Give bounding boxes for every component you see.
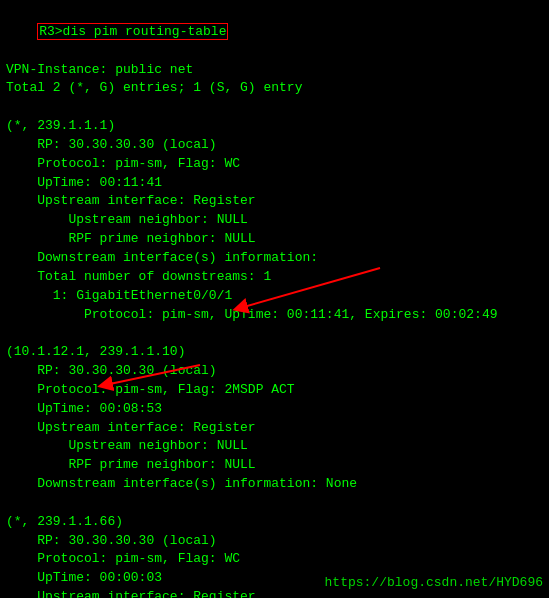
entry1-rpf: RPF prime neighbor: NULL <box>6 230 543 249</box>
entry3-header: (*, 239.1.1.66) <box>6 513 543 532</box>
entry1-protocol: Protocol: pim-sm, Flag: WC <box>6 155 543 174</box>
entry2-upstream-neighbor: Upstream neighbor: NULL <box>6 437 543 456</box>
entry1-total-downstreams: Total number of downstreams: 1 <box>6 268 543 287</box>
entry3-rp: RP: 30.30.30.30 (local) <box>6 532 543 551</box>
entry2-rpf: RPF prime neighbor: NULL <box>6 456 543 475</box>
entry2-protocol: Protocol: pim-sm, Flag: 2MSDP ACT <box>6 381 543 400</box>
entry3-protocol: Protocol: pim-sm, Flag: WC <box>6 550 543 569</box>
line-blank1 <box>6 98 543 117</box>
entry1-header: (*, 239.1.1.1) <box>6 117 543 136</box>
entry1-upstream-neighbor: Upstream neighbor: NULL <box>6 211 543 230</box>
command-line: R3>dis pim routing-table <box>6 4 543 61</box>
entry1-downstream-info: Downstream interface(s) information: <box>6 249 543 268</box>
entry2-uptime: UpTime: 00:08:53 <box>6 400 543 419</box>
entry1-upstream-iface: Upstream interface: Register <box>6 192 543 211</box>
command-box: R3>dis pim routing-table <box>37 23 228 40</box>
entry1-uptime: UpTime: 00:11:41 <box>6 174 543 193</box>
line-vpn: VPN-Instance: public net <box>6 61 543 80</box>
line-blank2 <box>6 324 543 343</box>
line-blank3 <box>6 494 543 513</box>
entry2-upstream-iface: Upstream interface: Register <box>6 419 543 438</box>
line-total: Total 2 (*, G) entries; 1 (S, G) entry <box>6 79 543 98</box>
terminal-window: R3>dis pim routing-table VPN-Instance: p… <box>0 0 549 598</box>
watermark: https://blog.csdn.net/HYD696 <box>325 575 543 590</box>
entry1-rp: RP: 30.30.30.30 (local) <box>6 136 543 155</box>
entry1-protocol-detail: Protocol: pim-sm, UpTime: 00:11:41, Expi… <box>6 306 543 325</box>
entry2-header: (10.1.12.1, 239.1.1.10) <box>6 343 543 362</box>
entry2-rp: RP: 30.30.30.30 (local) <box>6 362 543 381</box>
entry2-downstream-info: Downstream interface(s) information: Non… <box>6 475 543 494</box>
entry1-gige: 1: GigabitEthernet0/0/1 <box>6 287 543 306</box>
